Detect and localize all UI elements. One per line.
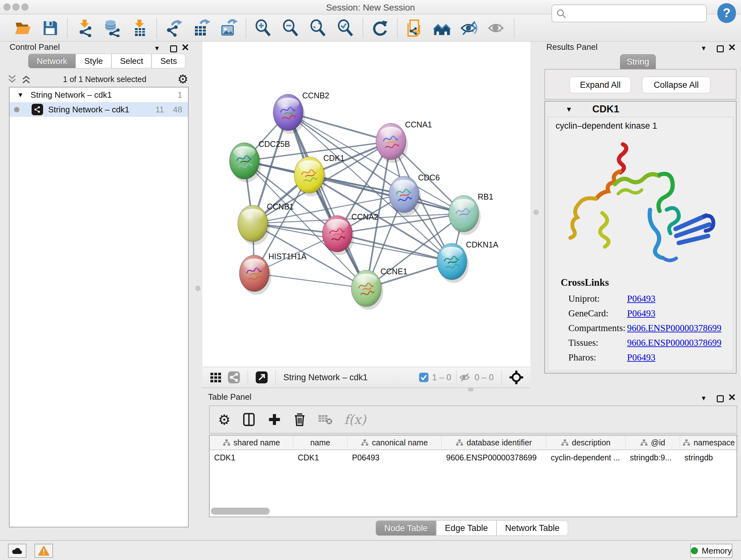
node-label: CCNA2: [351, 212, 379, 221]
export-image-icon[interactable]: [219, 18, 239, 38]
network-node-ccnb1[interactable]: CCNB1: [238, 202, 294, 245]
zoom-out-icon[interactable]: [281, 18, 300, 38]
first-neighbors-icon[interactable]: [432, 18, 452, 38]
table-cell[interactable]: 9606.ENSP00000378699: [442, 450, 546, 465]
column-header-description[interactable]: description: [546, 435, 625, 449]
tab-node-table[interactable]: Node Table: [376, 520, 436, 536]
tab-network-table[interactable]: Network Table: [496, 520, 568, 536]
share-network-icon[interactable]: [227, 371, 241, 384]
cdk1-collapse-icon[interactable]: ▼: [565, 105, 572, 114]
control-panel-float-button[interactable]: [170, 44, 177, 54]
crosslink-link[interactable]: P06493: [627, 294, 656, 304]
network-view-canvas[interactable]: CCNB2CCNA1CDC25BCDK1CDC6RB1CCNB1CCNA2CDK…: [202, 42, 530, 367]
table-cell[interactable]: cyclin-dependent ...: [546, 450, 625, 465]
right-splitter-handle[interactable]: [534, 210, 539, 215]
crosslink-row: Uniprot:P06493: [568, 294, 728, 308]
expand-all-icon[interactable]: [20, 74, 32, 84]
warning-button[interactable]: [35, 544, 53, 558]
duplicate-network-icon[interactable]: [405, 18, 424, 38]
network-node-ccne1[interactable]: CCNE1: [351, 267, 408, 310]
node-table-row[interactable]: CDK1CDK1P064939606.ENSP00000378699cyclin…: [210, 450, 737, 465]
results-panel-float-button[interactable]: [717, 44, 724, 54]
column-header-canonical-name[interactable]: canonical name: [347, 435, 442, 449]
network-row-selected[interactable]: String Network – cdk1 11 48: [10, 102, 188, 117]
crosslink-link[interactable]: P06493: [627, 308, 656, 319]
table-cell[interactable]: CDK1: [210, 450, 293, 465]
results-panel-close-button[interactable]: ✕: [728, 42, 736, 53]
zoom-selected-icon[interactable]: [336, 18, 355, 38]
table-panel-close-button[interactable]: ✕: [728, 392, 736, 403]
tab-edge-table[interactable]: Edge Table: [436, 520, 496, 536]
selected-checkbox[interactable]: [419, 372, 429, 382]
network-node-ccnb2[interactable]: CCNB2: [273, 91, 329, 134]
network-edge[interactable]: [288, 112, 366, 288]
network-node-rb1[interactable]: RB1: [449, 192, 493, 235]
tab-select[interactable]: Select: [111, 54, 151, 68]
table-panel-float-button[interactable]: [717, 393, 724, 404]
help-button[interactable]: ?: [718, 3, 736, 23]
search-input[interactable]: [551, 4, 707, 22]
control-panel-menu-button[interactable]: ▼: [154, 43, 160, 54]
column-type-icon: [640, 439, 648, 446]
delete-column-icon[interactable]: [293, 413, 307, 427]
crosslink-link[interactable]: P06493: [627, 352, 656, 363]
column-header-shared-name[interactable]: shared name: [210, 435, 293, 449]
save-session-icon[interactable]: [40, 18, 60, 38]
table-cell[interactable]: stringdb: [680, 450, 737, 465]
zoom-in-icon[interactable]: [253, 18, 273, 38]
node-label: CCNB1: [267, 202, 294, 211]
column-header-namespace[interactable]: namespace: [680, 435, 737, 449]
network-node-cdkn1a[interactable]: CDKN1A: [437, 240, 498, 283]
refresh-icon[interactable]: [370, 18, 390, 38]
expand-all-button[interactable]: Expand All: [569, 77, 631, 93]
column-header-name[interactable]: name: [293, 435, 347, 449]
cloud-button[interactable]: [8, 544, 26, 558]
collapse-all-button[interactable]: Collapse All: [642, 77, 711, 93]
table-settings-gear-icon[interactable]: ⚙: [218, 412, 230, 428]
export-network-icon[interactable]: [164, 18, 184, 38]
pan-crosshair-icon[interactable]: [509, 370, 524, 385]
import-network-icon[interactable]: [75, 18, 94, 38]
export-table-icon[interactable]: [192, 18, 211, 38]
view-grid-icon[interactable]: [209, 371, 222, 384]
table-horizontal-scrollbar[interactable]: [211, 508, 270, 515]
column-header--id[interactable]: @id: [625, 435, 680, 449]
zoom-fit-content-icon[interactable]: [308, 18, 328, 38]
birdseye-view-icon[interactable]: [255, 371, 268, 384]
show-columns-icon[interactable]: [242, 413, 256, 427]
memory-button[interactable]: Memory: [690, 544, 732, 558]
network-node-ccna1[interactable]: CCNA1: [376, 120, 432, 163]
network-node-cdc25b[interactable]: CDC25B: [229, 139, 290, 182]
network-node-cdc6[interactable]: CDC6: [389, 173, 440, 216]
protein-structure-image: [554, 136, 727, 273]
table-cell[interactable]: CDK1: [293, 450, 347, 465]
network-view-title: String Network – cdk1: [283, 373, 367, 382]
table-cell[interactable]: P06493: [347, 450, 442, 465]
hide-selected-icon[interactable]: [460, 18, 479, 38]
show-all-icon[interactable]: [487, 18, 507, 38]
tab-sets[interactable]: Sets: [151, 54, 185, 68]
collapse-all-icon[interactable]: [6, 74, 18, 84]
network-node-hist1h1a[interactable]: HIST1H1A: [239, 252, 307, 295]
collection-collapse-icon[interactable]: ▼: [17, 91, 23, 99]
network-collection-row[interactable]: ▼ String Network – cdk1 1: [10, 87, 188, 102]
open-session-icon[interactable]: [13, 18, 32, 38]
network-options-gear-icon[interactable]: ⚙: [178, 72, 188, 86]
table-cell[interactable]: stringdb:9...: [625, 450, 680, 465]
results-panel-menu-button[interactable]: ▼: [700, 43, 707, 54]
tab-network[interactable]: Network: [28, 54, 76, 68]
crosslink-link[interactable]: 9606.ENSP00000378699: [627, 337, 722, 348]
network-node-cdk1[interactable]: CDK1: [294, 153, 345, 196]
crosslink-link[interactable]: 9606.ENSP00000378699: [627, 323, 722, 333]
control-panel-close-button[interactable]: ✕: [181, 42, 189, 53]
tab-string[interactable]: String: [620, 54, 656, 69]
cdk1-section-header[interactable]: ▼ CDK1: [545, 102, 736, 117]
import-network-from-database-icon[interactable]: [102, 18, 122, 38]
table-panel-menu-button[interactable]: ▼: [700, 393, 707, 403]
tab-style[interactable]: Style: [76, 54, 111, 68]
column-header-database-identifier[interactable]: database identifier: [442, 435, 546, 449]
column-type-icon: [361, 439, 368, 446]
import-table-icon[interactable]: [130, 18, 149, 38]
add-column-icon[interactable]: [267, 413, 281, 427]
left-splitter-handle[interactable]: [195, 286, 200, 291]
